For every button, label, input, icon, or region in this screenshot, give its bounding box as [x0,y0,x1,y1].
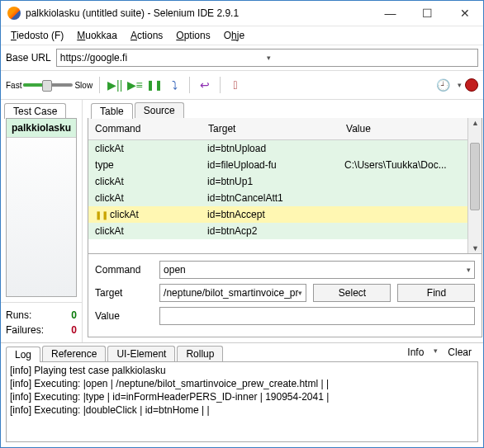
tab-ui-element[interactable]: UI-Element [107,346,175,361]
tab-reference[interactable]: Reference [42,346,106,361]
chevron-down-icon[interactable]: ▾ [267,54,474,62]
menubar: Tiedosto (F) Muokkaa Actions Options Ohj… [1,26,483,45]
slider-track[interactable] [23,83,73,87]
menu-muokkaa[interactable]: Muokkaa [70,28,124,43]
log-line: [info] Playing test case palkkiolasku [10,364,474,377]
pause-button[interactable]: ❚❚ [146,77,163,93]
scroll-down-icon[interactable]: ▼ [468,244,482,252]
log-line: [info] Executing: |open | /neptune/bilot… [10,377,474,390]
scroll-thumb[interactable] [470,143,480,210]
log-line: [info] Executing: |doubleClick | id=btnH… [10,403,474,417]
clear-log-button[interactable]: Clear [444,345,475,360]
tab-test-case[interactable]: Test Case [4,103,66,119]
grid-scrollbar[interactable]: ▲ ▼ [467,118,482,253]
rollup-button[interactable]: ↩ [197,77,213,93]
testcase-row[interactable]: palkkiolasku [7,119,76,138]
window-title: palkkiolasku (untitled suite) - Selenium… [26,7,372,19]
base-url-label: Base URL [6,52,51,64]
speed-slider[interactable]: Fast Slow [6,81,93,90]
log-line: [info] Executing: |type | id=inFormHeade… [10,390,474,403]
close-button[interactable]: ✕ [446,1,483,26]
step-button[interactable]: ⤵ [166,77,183,93]
col-header-value[interactable]: Value [339,118,467,139]
chevron-down-icon[interactable]: ▾ [458,81,462,89]
cell-command: clickAt [95,192,124,204]
target-field[interactable]: /neptune/bilot_smartinvoice_pr ▾ [159,284,306,302]
chevron-down-icon[interactable]: ▾ [298,289,302,297]
value-field[interactable] [159,307,475,325]
log-box[interactable]: [info] Playing test case palkkiolasku[in… [6,361,478,442]
cell-value [338,140,467,157]
cell-command: type [95,159,114,171]
command-field[interactable]: open ▾ [159,261,475,279]
target-field-value: /neptune/bilot_smartinvoice_pr [164,287,298,299]
table-row[interactable]: clickAtid=btnUpload [88,140,467,157]
col-header-command[interactable]: Command [88,118,202,139]
detail-form: Command open ▾ Target /neptune/bilot_sma… [88,254,482,337]
col-header-target[interactable]: Target [202,118,339,139]
speed-fast-label: Fast [6,81,21,90]
menu-options[interactable]: Options [169,28,216,43]
bottom-tabbar: Log Reference UI-Element Rollup Info▾ Cl… [6,343,478,361]
cell-target: id=btnCancelAtt1 [201,190,338,206]
command-field-value: open [164,264,186,276]
cell-target: id=btnAccept [201,206,338,223]
toolbar: Fast Slow ▶|| ▶≡ ❚❚ ⤵ ↩ 𖦹 🕘 ▾ [1,70,483,100]
stats-panel: Runs:0 Failures:0 [1,302,82,342]
failures-label: Failures: [6,324,44,336]
cell-command: clickAt [95,225,124,237]
play-all-button[interactable]: ▶|| [107,77,123,93]
schedule-button[interactable]: 🕘 [434,77,451,93]
cell-target: id=btnUp1 [201,173,338,190]
grid-tabbar: Table Source [88,100,482,118]
base-url-value: https://google.fi [60,52,268,64]
cell-value [338,190,467,206]
value-field-label: Value [95,310,153,322]
maximize-button[interactable]: ☐ [409,1,446,26]
cell-target: id=fileUpload-fu [201,157,338,173]
scroll-up-icon[interactable]: ▲ [468,119,482,127]
table-row[interactable]: typeid=fileUpload-fuC:\Users\Tuukka\Doc.… [88,157,467,173]
minimize-button[interactable]: — [372,1,409,26]
chevron-down-icon[interactable]: ▾ [430,345,441,360]
menu-tiedosto[interactable]: Tiedosto (F) [4,28,70,43]
table-row[interactable]: clickAtid=btnCancelAtt1 [88,190,467,206]
grid-body[interactable]: clickAtid=btnUploadtypeid=fileUpload-fuC… [88,140,467,253]
addon-button[interactable]: 𖦹 [227,77,244,93]
cell-command: clickAt [95,143,124,154]
tab-rollup[interactable]: Rollup [177,346,223,361]
log-level-button[interactable]: Info [404,345,427,360]
menu-ohje[interactable]: Ohje [217,28,251,43]
base-url-input[interactable]: https://google.fi ▾ [56,49,478,67]
tab-table[interactable]: Table [91,103,133,119]
table-row[interactable]: clickAtid=btnAcp2 [88,223,467,239]
failures-value: 0 [71,324,77,336]
testcase-tabbar: Test Case [1,100,82,118]
cell-value [338,223,467,239]
table-row[interactable]: ❚❚clickAtid=btnAccept [88,206,467,223]
target-field-label: Target [95,287,153,299]
slider-handle[interactable] [42,80,52,92]
base-url-row: Base URL https://google.fi ▾ [1,45,483,70]
play-current-button[interactable]: ▶≡ [126,77,143,93]
breakpoint-icon: ❚❚ [95,210,108,219]
chevron-down-icon[interactable]: ▾ [467,266,471,274]
cell-command: clickAt [95,176,124,187]
cell-value [338,173,467,190]
find-button[interactable]: Find [397,284,475,302]
tab-source[interactable]: Source [135,102,184,118]
cell-command: clickAt [110,209,139,220]
cell-value [338,206,467,223]
menu-actions[interactable]: Actions [124,28,169,43]
table-row[interactable]: clickAtid=btnUp1 [88,173,467,190]
firefox-icon [7,7,21,20]
select-button[interactable]: Select [313,284,391,302]
runs-value: 0 [71,309,77,321]
testcase-list[interactable]: palkkiolasku [6,118,77,297]
titlebar: palkkiolasku (untitled suite) - Selenium… [1,1,483,26]
cell-target: id=btnAcp2 [201,223,338,239]
record-button[interactable] [465,78,478,92]
tab-log[interactable]: Log [6,347,40,362]
command-grid: Command Target Value clickAtid=btnUpload… [88,118,482,254]
speed-slow-label: Slow [74,81,93,90]
